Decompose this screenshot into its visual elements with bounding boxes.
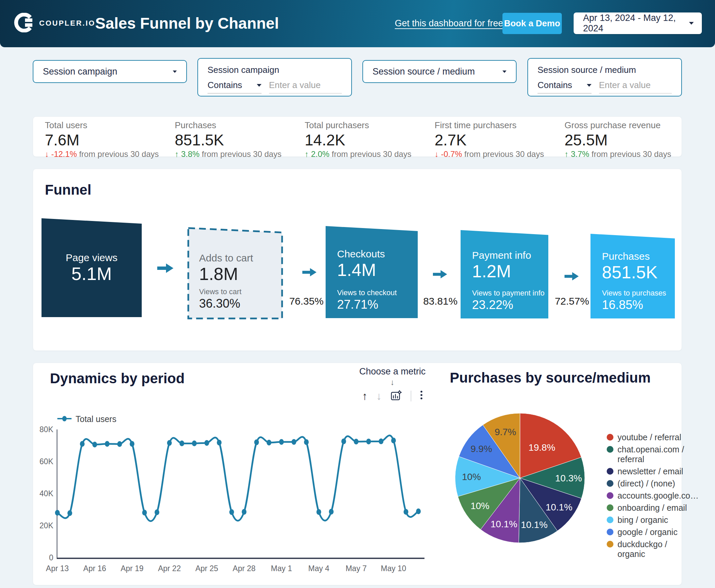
- step-ratio: Views to cart 36.30%: [199, 288, 283, 311]
- step-value: 1.8M: [199, 264, 283, 284]
- svg-text:40K: 40K: [40, 489, 54, 498]
- chevron-down-icon: [689, 22, 694, 25]
- filter-source-medium-contains: Session source / medium Contains: [527, 58, 682, 97]
- date-range-picker[interactable]: Apr 13, 2024 - May 12, 2024: [574, 13, 702, 34]
- operator-value: Contains: [208, 80, 257, 90]
- kpi-total-purchasers: Total purchasers 14.2K ↑ 2.0% from previ…: [305, 120, 429, 159]
- operator-dropdown[interactable]: Contains: [538, 80, 591, 93]
- legend-label: newsletter / email: [617, 466, 683, 476]
- svg-text:May 4: May 4: [309, 564, 330, 573]
- svg-text:10%: 10%: [470, 501, 489, 511]
- book-demo-button[interactable]: Book a Demo: [502, 13, 562, 34]
- legend-item[interactable]: youtube / referral: [607, 433, 687, 442]
- sort-down-icon[interactable]: ↓: [376, 390, 382, 402]
- kpi-value: 2.7K: [435, 131, 560, 149]
- dynamics-line-chart: 020K40K60K80KApr 13Apr 16Apr 19Apr 22Apr…: [33, 414, 455, 586]
- svg-text:Apr 28: Apr 28: [233, 564, 256, 573]
- transition-rate: 83.81%: [418, 295, 462, 307]
- kpi-value: 14.2K: [305, 131, 429, 149]
- chevron-down-icon: [502, 70, 506, 73]
- step-ratio: Views to purchases 16.85%: [602, 289, 675, 312]
- step-ratio: Views to payment info 23.22%: [472, 289, 548, 312]
- funnel-step-purchases[interactable]: Purchases 851.5K Views to purchases 16.8…: [590, 234, 675, 318]
- coupler-logo-icon: [14, 13, 34, 34]
- kpi-total-users: Total users 7.6M ↓ -12.1% from previous …: [45, 120, 170, 159]
- get-dashboard-link[interactable]: Get this dashboard for free: [395, 18, 503, 29]
- kpi-purchases: Purchases 851.5K ↑ 3.8% from previous 30…: [175, 120, 300, 159]
- delta-arrow-icon: ↑: [565, 149, 569, 159]
- legend-label: youtube / referral: [617, 433, 681, 442]
- more-options-icon[interactable]: [420, 390, 423, 402]
- svg-text:60K: 60K: [40, 457, 54, 466]
- operator-dropdown[interactable]: Contains: [208, 80, 261, 93]
- svg-text:Apr 13: Apr 13: [46, 564, 69, 573]
- funnel-step-adds-to-cart[interactable]: Adds to cart 1.8M Views to cart 36.30%: [187, 221, 283, 320]
- legend-dot-icon: [607, 446, 613, 453]
- legend-dot-icon: [607, 434, 613, 441]
- legend-item[interactable]: (direct) / (none): [607, 479, 687, 488]
- legend-label: bing / organic: [617, 515, 668, 525]
- filter-session-campaign-select[interactable]: Session campaign: [33, 60, 187, 83]
- delta-arrow-icon: ↓: [45, 149, 49, 159]
- legend-item[interactable]: duckduckgo / organic: [607, 540, 687, 559]
- step-label: Page views: [66, 252, 118, 264]
- funnel-arrow-icon: [433, 270, 447, 279]
- filter-value-input[interactable]: [269, 80, 342, 93]
- legend-dot-icon: [607, 468, 613, 475]
- legend-item[interactable]: newsletter / email: [607, 466, 687, 476]
- legend-dot-icon: [607, 480, 613, 487]
- step-label: Payment info: [472, 250, 548, 261]
- chevron-down-icon: [173, 70, 177, 73]
- kpi-delta: ↓ -0.7% from previous 30 days: [435, 149, 560, 159]
- svg-text:80K: 80K: [40, 425, 54, 434]
- chart-settings-icon[interactable]: [391, 390, 402, 402]
- kpi-value: 851.5K: [175, 131, 300, 149]
- funnel-step-page-views[interactable]: Page views 5.1M: [42, 218, 142, 317]
- step-value: 5.1M: [71, 264, 112, 284]
- kpi-label: First time purchasers: [435, 120, 560, 130]
- kpi-label: Gross purchase revenue: [565, 120, 689, 130]
- date-range-value: Apr 13, 2024 - May 12, 2024: [583, 13, 689, 34]
- kpi-value: 25.5M: [565, 131, 689, 149]
- arrow-down-icon: ↓: [391, 378, 395, 386]
- sort-up-icon[interactable]: ↑: [362, 390, 367, 402]
- legend-label: accounts.google.co…: [617, 491, 698, 501]
- dynamics-title: Dynamics by period: [50, 371, 185, 386]
- legend-dot-icon: [607, 517, 613, 523]
- legend-dot-icon: [607, 492, 613, 499]
- legend-item[interactable]: bing / organic: [607, 515, 687, 525]
- legend-item[interactable]: chat.openai.com / referral: [607, 445, 687, 464]
- legend-dot-icon: [607, 541, 613, 547]
- legend-item[interactable]: google / organic: [607, 527, 687, 537]
- bottom-charts-section: Dynamics by period Choose a metric ↓ ↑ ↓: [33, 363, 682, 585]
- step-label: Adds to cart: [199, 252, 283, 264]
- funnel-arrow-icon: [157, 264, 173, 273]
- legend-label: chat.openai.com / referral: [617, 445, 687, 464]
- kpi-label: Total purchasers: [305, 120, 429, 130]
- legend-item[interactable]: onboarding / email: [607, 503, 687, 513]
- delta-arrow-icon: ↓: [435, 149, 439, 159]
- filter-label: Session source / medium: [538, 65, 672, 75]
- legend-label: onboarding / email: [617, 503, 687, 513]
- svg-text:May 1: May 1: [271, 564, 292, 573]
- filter-source-medium-select[interactable]: Session source / medium: [362, 60, 517, 83]
- filter-value-input[interactable]: [599, 80, 672, 93]
- legend-item[interactable]: accounts.google.co…: [607, 491, 687, 501]
- svg-text:9.7%: 9.7%: [495, 427, 516, 437]
- chevron-down-icon: [257, 84, 261, 87]
- header: COUPLER.IO Sales Funnel by Channel Get t…: [0, 0, 715, 47]
- choose-metric-label: Choose a metric: [359, 366, 426, 377]
- svg-text:10.1%: 10.1%: [521, 520, 548, 530]
- step-value: 1.4M: [337, 260, 418, 280]
- funnel-step-payment-info[interactable]: Payment info 1.2M Views to payment info …: [461, 230, 548, 318]
- kpi-label: Purchases: [175, 120, 300, 130]
- logo-text: COUPLER.IO: [39, 19, 96, 28]
- kpi-delta: ↑ 3.7% from previous 30 days: [565, 149, 689, 159]
- funnel-step-checkouts[interactable]: Checkouts 1.4M Views to checkout 27.71%: [325, 226, 418, 318]
- pie-title: Purchases by source/medium: [450, 370, 651, 386]
- step-ratio: Views to checkout 27.71%: [337, 289, 418, 312]
- dashboard-page: COUPLER.IO Sales Funnel by Channel Get t…: [0, 0, 715, 588]
- step-value: 1.2M: [472, 261, 548, 281]
- svg-text:Apr 16: Apr 16: [83, 564, 106, 573]
- kpi-delta: ↓ -12.1% from previous 30 days: [45, 149, 170, 159]
